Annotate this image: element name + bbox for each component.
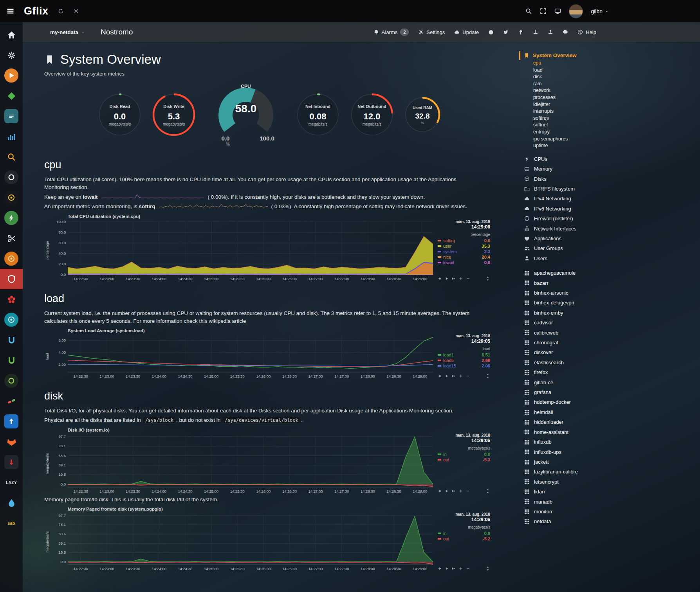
legend-series-in[interactable]: in0.0 [438, 452, 490, 457]
chart-canvas[interactable]: 14:22:3014:23:0014:23:3014:24:0014:24:30… [50, 334, 435, 379]
softirq-sparkline[interactable] [159, 203, 268, 211]
user-menu[interactable]: gilbn [591, 8, 609, 14]
chart-pan-backward-icon[interactable] [438, 374, 442, 378]
menu-system-overview[interactable]: System Overview [519, 51, 700, 60]
app-icon-teal-card[interactable] [0, 106, 23, 126]
menu-btrfs-filesystem[interactable]: BTRFS filesystem [519, 184, 700, 194]
menu-sub-softirqs[interactable]: softirqs [519, 115, 700, 122]
legend-series-out[interactable]: out-5.2 [438, 536, 490, 542]
menu-app-hddtemp-docker[interactable]: hddtemp-docker [519, 397, 700, 407]
close-tab-icon[interactable] [73, 8, 79, 14]
menu-app-influxdb[interactable]: influxdb [519, 437, 700, 447]
gauge-disk-read[interactable]: Disk Read0.0megabytes/s [97, 92, 143, 139]
menu-sub-ipc-semaphores[interactable]: ipc semaphores [519, 136, 700, 143]
menu-app-jackett[interactable]: jackett [519, 457, 700, 467]
nav-import-snapshot[interactable] [548, 29, 553, 35]
fullscreen-icon[interactable] [540, 8, 547, 14]
app-icon-tautulli[interactable] [0, 248, 23, 269]
menu-app-home-assistant[interactable]: home-assistant [519, 427, 700, 437]
menu-sub-idlejitter[interactable]: idlejitter [519, 101, 700, 108]
app-icon-sabnzbd[interactable]: sab [0, 513, 23, 533]
nav-update[interactable]: Update [454, 29, 479, 35]
app-icon-cadvisor[interactable] [0, 208, 23, 228]
chart-canvas[interactable]: 14:22:3014:23:0014:23:3014:24:0014:24:30… [50, 433, 435, 494]
app-icon-orange-play[interactable] [0, 65, 23, 86]
menu-app-firefox[interactable]: firefox [519, 367, 700, 377]
menu-app-netdata[interactable]: netdata [519, 516, 700, 526]
app-icon-green-u[interactable] [0, 350, 23, 371]
nav-export-snapshot[interactable] [533, 29, 538, 35]
chart-zoom-in-icon[interactable] [459, 277, 463, 281]
nav-github[interactable] [488, 29, 494, 35]
menu-app-bazarr[interactable]: bazarr [519, 278, 700, 288]
legend-series-softirq[interactable]: softirq0.0 [438, 238, 490, 243]
legend-series-load5[interactable]: load52.68 [438, 358, 490, 363]
nav-alarms[interactable]: Alarms2 [373, 29, 409, 36]
menu-app-elasticsearch[interactable]: elasticsearch [519, 358, 700, 367]
chart-pan-backward-icon[interactable] [438, 489, 442, 493]
menu-sub-softnet[interactable]: softnet [519, 122, 700, 129]
menu-sub-entropy[interactable]: entropy [519, 129, 700, 136]
gauge-net-outbound[interactable]: Net Outbound12.0megabits/s [349, 92, 395, 139]
legend-series-out[interactable]: out-5.3 [438, 457, 490, 462]
app-icon-red-flower[interactable] [0, 289, 23, 309]
chart-zoom-out-icon[interactable] [466, 277, 470, 281]
chart-zoom-out-icon[interactable] [466, 374, 470, 378]
menu-sub-disk[interactable]: disk [519, 74, 700, 81]
menu-app-mariadb[interactable]: mariadb [519, 497, 700, 507]
chart-zoom-out-icon[interactable] [466, 489, 470, 493]
chart-zoom-out-icon[interactable] [466, 567, 470, 570]
menu-app-monitorr[interactable]: monitorr [519, 507, 700, 516]
chart-zoom-in-icon[interactable] [459, 567, 463, 570]
chart-resize-handle-icon[interactable] [485, 374, 490, 378]
app-icon-airsonic[interactable] [0, 126, 23, 147]
menu-user-groups[interactable]: User Groups [519, 243, 700, 253]
menu-cpus[interactable]: CPUs [519, 154, 700, 164]
menu-app-letsencrypt[interactable]: letsencrypt [519, 477, 700, 487]
refresh-tab-icon[interactable] [58, 8, 64, 14]
gauge-cpu[interactable]: CPU58.00.0100.0% [205, 83, 287, 148]
menu-app-hiddenloader[interactable]: hiddenloader [519, 417, 700, 427]
gauge-disk-write[interactable]: Disk Write5.3megabytes/s [151, 92, 197, 139]
app-icon-dark-ring[interactable] [0, 167, 23, 187]
home-icon[interactable] [0, 25, 23, 45]
app-icon-red-download[interactable] [0, 452, 23, 472]
chart-pan-forward-icon[interactable] [452, 489, 456, 493]
legend-series-load15[interactable]: load152.06 [438, 363, 490, 369]
chart-zoom-in-icon[interactable] [459, 374, 463, 378]
menu-app-influxdb-ups[interactable]: influxdb-ups [519, 447, 700, 457]
server-dropdown[interactable]: my-netdata [50, 29, 85, 35]
menu-app-grafana[interactable]: grafana [519, 387, 700, 397]
menu-disks[interactable]: Disks [519, 174, 700, 184]
nav-twitter[interactable] [503, 29, 509, 35]
app-icon-dark-green-ring[interactable] [0, 371, 23, 391]
legend-series-system[interactable]: system2.3 [438, 249, 490, 254]
legend-series-load1[interactable]: load16.51 [438, 352, 490, 358]
menu-app-diskover[interactable]: diskover [519, 347, 700, 357]
menu-memory[interactable]: Memory [519, 164, 700, 174]
chart-play-icon[interactable] [445, 374, 449, 378]
app-icon-gitlab[interactable] [0, 432, 23, 452]
hamburger-menu-icon[interactable] [6, 7, 14, 15]
chart-play-icon[interactable] [445, 567, 449, 570]
menu-app-chronograf[interactable]: chronograf [519, 338, 700, 347]
chart-canvas[interactable]: 14:22:3014:23:0014:23:3014:24:0014:24:30… [50, 220, 435, 282]
app-icon-blue-upload[interactable] [0, 411, 23, 432]
menu-ipv4-networking[interactable]: IPv4 Networking [519, 194, 700, 203]
app-icon-netdata-active[interactable] [0, 269, 23, 289]
chart-resize-handle-icon[interactable] [485, 489, 490, 493]
app-icon-lazylibrarian[interactable]: LAZY [0, 472, 23, 493]
menu-app-cadvisor[interactable]: cadvisor [519, 318, 700, 327]
avatar[interactable] [569, 4, 583, 18]
menu-app-calibreweb[interactable]: calibreweb [519, 328, 700, 338]
menu-sub-ram[interactable]: ram [519, 81, 700, 88]
menu-app-heimdall[interactable]: heimdall [519, 407, 700, 417]
nav-print[interactable] [563, 29, 568, 35]
app-icon-scissors[interactable] [0, 228, 23, 248]
legend-series-nice[interactable]: nice20.4 [438, 254, 490, 260]
menu-app-binhex-emby[interactable]: binhex-emby [519, 308, 700, 318]
menu-app-binhex-delugevpn[interactable]: binhex-delugevpn [519, 298, 700, 308]
menu-sub-uptime[interactable]: uptime [519, 142, 700, 149]
menu-sub-interrupts[interactable]: interrupts [519, 108, 700, 115]
nav-settings[interactable]: Settings [418, 29, 445, 35]
